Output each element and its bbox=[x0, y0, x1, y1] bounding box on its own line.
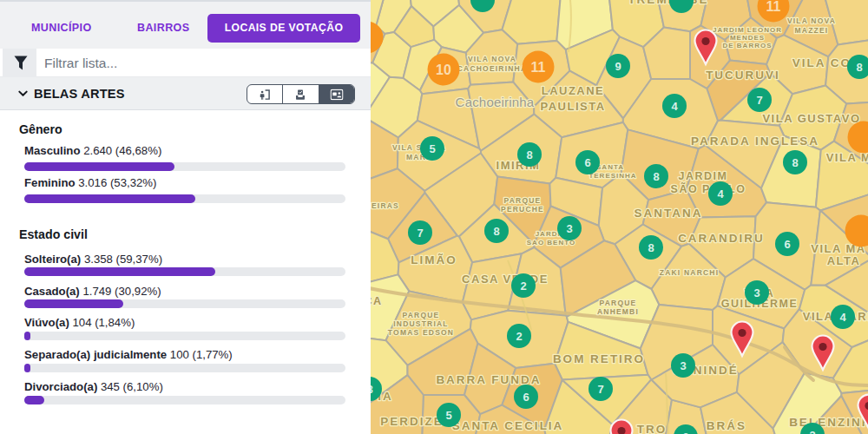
svg-text:CARANDIRU: CARANDIRU bbox=[678, 232, 765, 245]
svg-text:5: 5 bbox=[429, 142, 435, 155]
svg-text:CACHOEIRINHA: CACHOEIRINHA bbox=[457, 64, 528, 73]
svg-text:SANTA CECILIA: SANTA CECILIA bbox=[452, 419, 564, 432]
svg-text:2: 2 bbox=[516, 330, 522, 343]
svg-text:DE BARROS: DE BARROS bbox=[722, 42, 772, 49]
svg-text:SANTA: SANTA bbox=[596, 163, 624, 171]
svg-text:CASA VERDE: CASA VERDE bbox=[462, 273, 549, 286]
svg-text:JARDIM: JARDIM bbox=[679, 170, 728, 182]
svg-text:4: 4 bbox=[671, 100, 678, 113]
svg-text:LIMÃO: LIMÃO bbox=[411, 253, 457, 266]
svg-text:PAULISTA: PAULISTA bbox=[540, 100, 605, 113]
svg-text:JARDIM LEONOR: JARDIM LEONOR bbox=[713, 26, 782, 34]
svg-text:3: 3 bbox=[753, 286, 760, 299]
svg-text:TRO: TRO bbox=[637, 423, 667, 434]
svg-text:7: 7 bbox=[597, 383, 603, 396]
svg-text:PARQUE: PARQUE bbox=[600, 299, 637, 307]
svg-text:EIRAS: EIRAS bbox=[372, 201, 399, 210]
svg-text:11: 11 bbox=[766, 0, 781, 14]
svg-text:BELENZINHO: BELENZINHO bbox=[789, 416, 868, 429]
svg-text:ZAKI NARCHI: ZAKI NARCHI bbox=[660, 268, 719, 277]
svg-text:BRÁS: BRÁS bbox=[707, 419, 746, 432]
svg-text:2: 2 bbox=[520, 279, 526, 293]
svg-text:6: 6 bbox=[784, 238, 790, 251]
svg-text:8: 8 bbox=[856, 61, 862, 74]
svg-text:ANHEMBI: ANHEMBI bbox=[597, 307, 639, 316]
svg-text:PARQUE: PARQUE bbox=[504, 196, 542, 205]
svg-text:TUCURUVI: TUCURUVI bbox=[706, 69, 780, 82]
svg-text:4: 4 bbox=[839, 311, 846, 324]
svg-text:TREMEMBÉ: TREMEMBÉ bbox=[628, 0, 708, 6]
svg-text:3: 3 bbox=[680, 359, 686, 372]
svg-text:8: 8 bbox=[371, 383, 373, 396]
svg-text:8: 8 bbox=[493, 225, 499, 238]
svg-text:10: 10 bbox=[436, 62, 451, 77]
svg-text:VILA NOVA: VILA NOVA bbox=[468, 55, 516, 63]
svg-text:SANTANA: SANTANA bbox=[635, 207, 703, 220]
svg-text:PARADA INGLESA: PARADA INGLESA bbox=[691, 135, 819, 148]
svg-text:BARRA FUNDA: BARRA FUNDA bbox=[436, 373, 541, 386]
svg-text:VILA GUSTAVO: VILA GUSTAVO bbox=[762, 112, 860, 125]
svg-text:8: 8 bbox=[653, 170, 659, 183]
svg-text:PERUCHE: PERUCHE bbox=[501, 205, 544, 214]
svg-text:PARQUE: PARQUE bbox=[403, 311, 440, 319]
svg-text:7: 7 bbox=[417, 227, 423, 240]
svg-text:TERESINHA: TERESINHA bbox=[589, 172, 636, 180]
svg-text:VILA NOVA: VILA NOVA bbox=[787, 16, 836, 25]
svg-text:3: 3 bbox=[682, 431, 688, 434]
svg-text:11: 11 bbox=[531, 60, 546, 75]
svg-text:TOMAS EDSON: TOMAS EDSON bbox=[388, 328, 454, 337]
svg-text:4: 4 bbox=[717, 187, 724, 201]
svg-text:8: 8 bbox=[526, 148, 532, 161]
svg-text:LAUZANE: LAUZANE bbox=[542, 84, 605, 97]
svg-text:MAZZEI: MAZZEI bbox=[795, 26, 829, 35]
svg-text:3: 3 bbox=[566, 222, 572, 235]
svg-text:VILA CO: VILA CO bbox=[792, 56, 852, 69]
svg-text:6: 6 bbox=[523, 391, 529, 404]
svg-text:SÃO PAULO: SÃO PAULO bbox=[671, 182, 746, 195]
svg-text:8: 8 bbox=[648, 241, 654, 254]
svg-text:MENDES: MENDES bbox=[730, 34, 765, 42]
svg-text:9: 9 bbox=[615, 60, 621, 73]
svg-text:Cachoeirinha: Cachoeirinha bbox=[456, 95, 535, 109]
svg-text:ÇA: ÇA bbox=[371, 295, 383, 307]
svg-text:7: 7 bbox=[756, 94, 762, 107]
svg-text:5: 5 bbox=[445, 409, 451, 422]
svg-text:ALTA: ALTA bbox=[827, 254, 861, 267]
svg-text:3: 3 bbox=[809, 429, 815, 434]
svg-text:BOM RETIRO: BOM RETIRO bbox=[553, 352, 645, 365]
svg-text:6: 6 bbox=[584, 156, 590, 169]
svg-text:8: 8 bbox=[792, 156, 798, 169]
svg-text:INDUSTRIAL: INDUSTRIAL bbox=[393, 319, 448, 328]
